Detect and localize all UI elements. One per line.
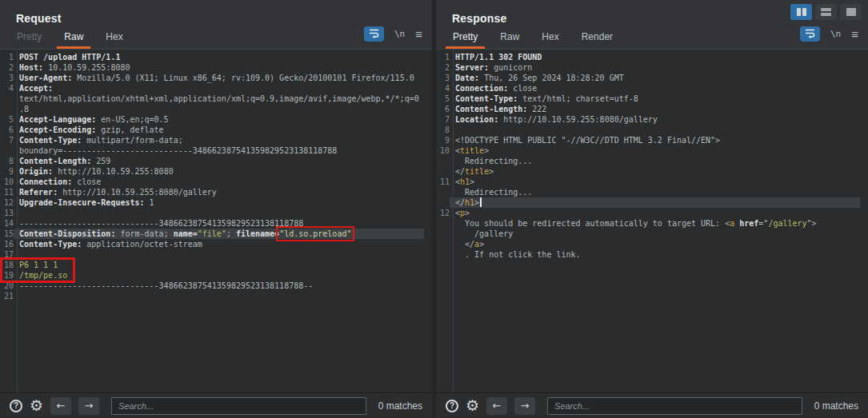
tab-render[interactable]: Render	[574, 26, 620, 49]
code-line[interactable]: 21	[0, 291, 432, 301]
search-next-button[interactable]: →	[78, 397, 99, 415]
code-text: Server: gunicorn	[450, 62, 860, 73]
tab-hex[interactable]: Hex	[98, 26, 130, 49]
response-editor[interactable]: 1HTTP/1.1 302 FOUND2Server: gunicorn3Dat…	[436, 50, 868, 392]
code-line[interactable]: 3Date: Thu, 26 Sep 2024 18:28:20 GMT	[436, 73, 868, 83]
line-number: 10	[0, 177, 14, 187]
code-line[interactable]: . If not click the link.	[436, 249, 868, 260]
code-line[interactable]: </title>	[436, 166, 868, 177]
code-line[interactable]: 12<p>	[436, 208, 868, 218]
search-settings-button[interactable]: ⚙	[30, 398, 43, 413]
match-count: 0 matches	[814, 400, 858, 412]
tab-raw[interactable]: Raw	[57, 26, 90, 49]
line-number: 1	[0, 52, 14, 62]
line-number: 19	[0, 270, 14, 281]
code-line[interactable]: 16Content-Type: application/octet-stream	[0, 239, 432, 249]
code-line[interactable]: 7Location: http://10.10.59.255:8080/gall…	[436, 114, 868, 125]
code-line[interactable]: 6Content-Length: 222	[436, 104, 868, 114]
code-line[interactable]: 2Server: gunicorn	[436, 62, 868, 73]
code-text: Upgrade-Insecure-Requests: 1	[14, 197, 424, 208]
code-line[interactable]: Redirecting...	[436, 156, 868, 166]
code-line[interactable]: 9<!DOCTYPE HTML PUBLIC "-//W3C//DTD HTML…	[436, 135, 868, 145]
code-text	[14, 208, 424, 218]
search-settings-button[interactable]: ⚙	[466, 398, 479, 413]
code-text: <p>	[450, 208, 860, 218]
request-editor[interactable]: 1POST /upload HTTP/1.12Host: 10.10.59.25…	[0, 50, 432, 392]
line-number: 12	[436, 208, 450, 218]
layout-rows-button[interactable]	[815, 4, 837, 20]
code-line[interactable]: 2Host: 10.10.59.255:8080	[0, 62, 432, 73]
search-prev-button[interactable]: ←	[50, 397, 71, 415]
code-line[interactable]: 17	[0, 249, 432, 260]
layout-single-button[interactable]	[840, 4, 862, 20]
rows-icon	[821, 8, 831, 16]
code-line[interactable]: 9Origin: http://10.10.59.255:8080	[0, 166, 432, 177]
code-line[interactable]: .8	[0, 104, 432, 114]
code-text: text/html,application/xhtml+xml,applicat…	[14, 94, 424, 104]
code-text: Location: http://10.10.59.255:8080/galle…	[450, 114, 860, 125]
code-line[interactable]: 4Connection: close	[436, 83, 868, 94]
code-text	[14, 291, 424, 301]
code-line[interactable]: 18P6 1 1 1	[0, 260, 432, 270]
line-number: 18	[0, 260, 14, 270]
tab-hex[interactable]: Hex	[534, 26, 566, 49]
code-line[interactable]: 12Upgrade-Insecure-Requests: 1	[0, 197, 432, 208]
line-number: 7	[436, 114, 450, 125]
code-line[interactable]: 13	[0, 208, 432, 218]
code-line[interactable]: 5Content-Type: text/html; charset=utf-8	[436, 94, 868, 104]
code-line[interactable]: 8Content-Length: 259	[0, 156, 432, 166]
code-line[interactable]: </h1>	[436, 197, 868, 208]
code-line[interactable]: 10Connection: close	[0, 177, 432, 187]
code-line[interactable]: 1POST /upload HTTP/1.1	[0, 52, 432, 62]
code-line[interactable]: 7Content-Type: multipart/form-data;	[0, 135, 432, 145]
code-line[interactable]: text/html,application/xhtml+xml,applicat…	[0, 94, 432, 104]
code-line[interactable]: You should be redirected automatically t…	[436, 218, 868, 229]
search-prev-button[interactable]: ←	[486, 397, 507, 415]
line-number: 15	[0, 229, 14, 239]
layout-toggle-group	[790, 4, 862, 20]
help-button[interactable]: ?	[446, 400, 458, 412]
code-line[interactable]: 11Referer: http://10.10.59.255:8080/gall…	[0, 187, 432, 197]
show-newlines-toggle[interactable]: \n	[394, 29, 405, 39]
code-line[interactable]: 19/tmp/pe.so	[0, 270, 432, 281]
word-wrap-button[interactable]	[364, 26, 384, 42]
layout-columns-button[interactable]	[790, 4, 812, 20]
code-line[interactable]: Redirecting...	[436, 187, 868, 197]
code-text: <!DOCTYPE HTML PUBLIC "-//W3C//DTD HTML …	[450, 135, 860, 145]
code-line[interactable]: 4Accept:	[0, 83, 432, 94]
columns-icon	[797, 8, 801, 16]
code-line[interactable]: 5Accept-Language: en-US,en;q=0.5	[0, 114, 432, 125]
code-line[interactable]: </a>	[436, 239, 868, 249]
tab-pretty[interactable]: Pretty	[446, 26, 485, 49]
code-line[interactable]: 3User-Agent: Mozilla/5.0 (X11; Linux x86…	[0, 73, 432, 83]
code-line[interactable]: boundary=---------------------------3486…	[0, 145, 432, 156]
code-line[interactable]: 6Accept-Encoding: gzip, deflate	[0, 125, 432, 135]
line-number	[436, 249, 450, 260]
editor-menu-button[interactable]: ≡	[851, 28, 858, 40]
match-count: 0 matches	[378, 400, 422, 412]
code-line[interactable]: 14-----------------------------348662387…	[0, 218, 432, 229]
code-text: Referer: http://10.10.59.255:8080/galler…	[14, 187, 424, 197]
code-line[interactable]: 11<h1>	[436, 177, 868, 187]
code-text: Content-Disposition: form-data; name="fi…	[14, 229, 424, 239]
code-line[interactable]: /gallery	[436, 229, 868, 239]
tab-raw[interactable]: Raw	[493, 26, 526, 49]
search-input[interactable]	[547, 397, 802, 415]
line-number: 8	[436, 125, 450, 135]
help-button[interactable]: ?	[10, 400, 22, 412]
show-newlines-toggle[interactable]: \n	[830, 29, 841, 39]
editor-menu-button[interactable]: ≡	[415, 28, 422, 40]
line-number	[0, 145, 14, 156]
code-line[interactable]: 8	[436, 125, 868, 135]
code-line[interactable]: 20-----------------------------348662387…	[0, 281, 432, 291]
code-text: Host: 10.10.59.255:8080	[14, 62, 424, 73]
line-number: 5	[0, 114, 14, 125]
code-line[interactable]: 15Content-Disposition: form-data; name="…	[0, 229, 432, 239]
search-input[interactable]	[111, 397, 366, 415]
word-wrap-button[interactable]	[800, 26, 820, 42]
code-line[interactable]: 10<title>	[436, 145, 868, 156]
tab-pretty[interactable]: Pretty	[10, 26, 49, 49]
code-text: Accept:	[14, 83, 424, 94]
code-line[interactable]: 1HTTP/1.1 302 FOUND	[436, 52, 868, 62]
search-next-button[interactable]: →	[514, 397, 535, 415]
